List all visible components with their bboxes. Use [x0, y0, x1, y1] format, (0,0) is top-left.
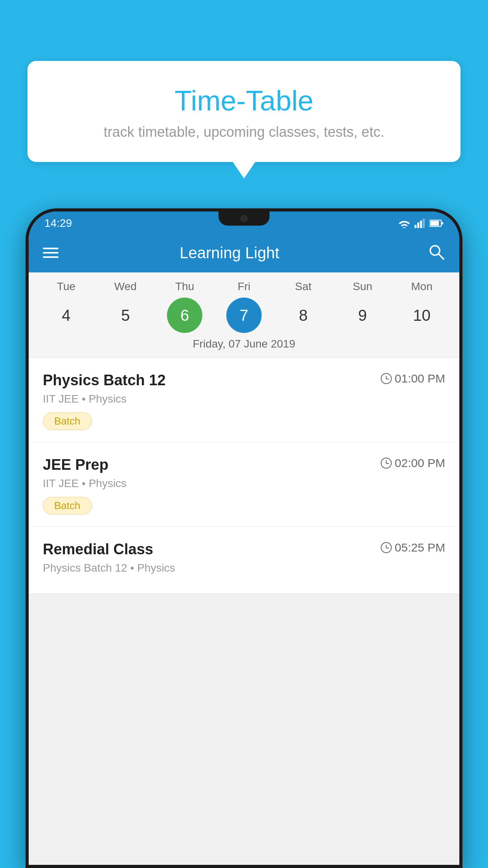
- signal-icon: [415, 219, 426, 228]
- svg-rect-0: [415, 225, 416, 228]
- schedule-item-3-header: Remedial Class 05:25 PM: [43, 541, 445, 558]
- schedule-item-2[interactable]: JEE Prep 02:00 PM IIT JEE • Physics Batc…: [29, 442, 459, 527]
- schedule-item-3-time: 05:25 PM: [381, 541, 445, 554]
- svg-rect-6: [442, 222, 443, 224]
- hamburger-line-3: [43, 256, 59, 258]
- hamburger-line-2: [43, 252, 59, 254]
- phone-frame: 14:29: [26, 208, 462, 868]
- day-header-tue: Tue: [48, 280, 84, 293]
- day-headers: Tue Wed Thu Fri Sat Sun Mon: [29, 280, 459, 293]
- battery-icon: [429, 219, 444, 227]
- app-bar: Learning Light: [29, 233, 459, 272]
- status-icons: [398, 219, 444, 228]
- day-header-wed: Wed: [108, 280, 143, 293]
- svg-rect-3: [423, 219, 425, 228]
- schedule-list: Physics Batch 12 01:00 PM IIT JEE • Phys…: [29, 358, 459, 594]
- svg-rect-5: [430, 221, 439, 226]
- phone-inner: 14:29: [29, 211, 459, 865]
- schedule-item-1-subtitle: IIT JEE • Physics: [43, 393, 445, 405]
- schedule-item-2-title: JEE Prep: [43, 456, 108, 473]
- search-icon: [428, 243, 445, 261]
- day-header-mon: Mon: [404, 280, 439, 293]
- tooltip-title: Time-Table: [51, 85, 437, 117]
- tooltip-card: Time-Table track timetable, upcoming cla…: [28, 61, 460, 162]
- selected-date-label: Friday, 07 June 2019: [29, 333, 459, 353]
- clock-icon-2: [381, 458, 392, 469]
- schedule-item-2-header: JEE Prep 02:00 PM: [43, 456, 445, 473]
- schedule-item-2-subtitle: IIT JEE • Physics: [43, 477, 445, 490]
- day-numbers: 4 5 6 7 8 9 10: [29, 298, 459, 333]
- day-header-thu: Thu: [167, 280, 202, 293]
- day-5[interactable]: 5: [108, 298, 143, 333]
- day-4[interactable]: 4: [48, 298, 84, 333]
- day-8[interactable]: 8: [286, 298, 321, 333]
- schedule-item-2-time: 02:00 PM: [381, 456, 445, 470]
- svg-rect-1: [417, 223, 419, 228]
- svg-rect-2: [420, 221, 422, 228]
- day-9[interactable]: 9: [345, 298, 380, 333]
- hamburger-line-1: [43, 248, 59, 249]
- schedule-item-1-time: 01:00 PM: [381, 372, 445, 385]
- schedule-item-1[interactable]: Physics Batch 12 01:00 PM IIT JEE • Phys…: [29, 358, 459, 442]
- schedule-item-3-title: Remedial Class: [43, 541, 153, 558]
- batch-badge-2: Batch: [43, 497, 92, 515]
- hamburger-menu-button[interactable]: [43, 248, 59, 258]
- app-title: Learning Light: [70, 244, 416, 262]
- day-10[interactable]: 10: [404, 298, 439, 333]
- day-header-fri: Fri: [226, 280, 262, 293]
- day-6-today[interactable]: 6: [167, 298, 202, 333]
- schedule-item-3-subtitle: Physics Batch 12 • Physics: [43, 562, 445, 574]
- batch-badge-1: Batch: [43, 412, 92, 430]
- wifi-icon: [398, 219, 411, 228]
- search-button[interactable]: [428, 243, 445, 262]
- tooltip-subtitle: track timetable, upcoming classes, tests…: [51, 124, 437, 140]
- day-7-selected[interactable]: 7: [226, 298, 262, 333]
- schedule-item-3[interactable]: Remedial Class 05:25 PM Physics Batch 12…: [29, 527, 459, 594]
- schedule-item-1-header: Physics Batch 12 01:00 PM: [43, 372, 445, 389]
- schedule-item-1-title: Physics Batch 12: [43, 372, 166, 389]
- day-header-sat: Sat: [286, 280, 321, 293]
- camera: [240, 215, 248, 222]
- clock-icon-3: [381, 542, 392, 553]
- status-time: 14:29: [44, 217, 72, 230]
- svg-line-8: [438, 254, 444, 259]
- day-header-sun: Sun: [345, 280, 380, 293]
- clock-icon-1: [381, 373, 392, 384]
- calendar-strip: Tue Wed Thu Fri Sat Sun Mon 4 5 6 7 8 9 …: [29, 272, 459, 358]
- notch: [218, 211, 270, 226]
